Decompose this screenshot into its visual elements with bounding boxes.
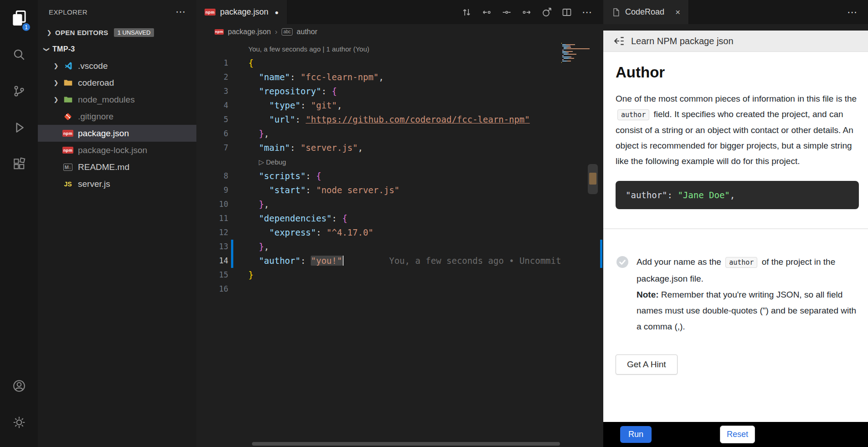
open-changes-icon[interactable] bbox=[539, 5, 554, 20]
file-package.json[interactable]: npmpackage.json bbox=[38, 125, 196, 142]
file-label: README.md bbox=[78, 162, 129, 172]
tab-package-json[interactable]: npm package.json ● bbox=[196, 0, 288, 24]
file-node_modules[interactable]: ❯node_modules bbox=[38, 91, 196, 108]
lesson-content: Author One of the most common pieces of … bbox=[603, 52, 868, 422]
file-README.md[interactable]: M↓README.md bbox=[38, 159, 196, 175]
code-line-3[interactable]: 3 "repository": { bbox=[196, 84, 561, 98]
tab-coderoad[interactable]: CodeRoad × bbox=[603, 0, 689, 24]
code-line-12[interactable]: 12 "express": "^4.17.0" bbox=[196, 226, 561, 240]
task-item: Add your name as the author of the proje… bbox=[616, 254, 859, 334]
file-server.js[interactable]: JSserver.js bbox=[38, 175, 196, 192]
code-line-4[interactable]: 4 "type": "git", bbox=[196, 98, 561, 113]
horizontal-scrollbar[interactable] bbox=[252, 442, 560, 446]
code-line-11[interactable]: 11 "dependencies": { bbox=[196, 211, 561, 226]
vscode-window: 1 EXPLORER ⋯ ❯ OPEN EDITORS 1 UNS bbox=[0, 0, 868, 447]
file-.gitignore[interactable]: .gitignore bbox=[38, 108, 196, 125]
chevron-down-icon: ❯ bbox=[43, 45, 50, 53]
split-editor-icon[interactable] bbox=[560, 5, 574, 20]
line-number: 1 bbox=[196, 56, 228, 70]
code-line-15[interactable]: 15} bbox=[196, 268, 561, 282]
chevron-right-icon: ❯ bbox=[51, 62, 62, 69]
reset-button[interactable]: Reset bbox=[720, 426, 755, 443]
md-icon: M↓ bbox=[62, 164, 74, 171]
modified-gutter-marker bbox=[228, 240, 236, 254]
open-editors-header[interactable]: ❯ OPEN EDITORS 1 UNSAVED bbox=[38, 24, 196, 41]
activity-bar: 1 bbox=[0, 0, 38, 447]
explorer-sidebar: EXPLORER ⋯ ❯ OPEN EDITORS 1 UNSAVED ❯ TM… bbox=[38, 0, 196, 447]
previous-change-icon[interactable] bbox=[479, 5, 494, 20]
account-icon[interactable] bbox=[0, 371, 38, 401]
code-line-1[interactable]: 1{ bbox=[196, 56, 561, 70]
git-icon bbox=[62, 112, 74, 121]
search-icon[interactable] bbox=[0, 40, 38, 69]
code-line-5[interactable]: 5 "url": "https://github.com/coderoad/fc… bbox=[196, 113, 561, 127]
code-line-9[interactable]: 9 "start": "node server.js" bbox=[196, 183, 561, 197]
coderoad-panel: CodeRoad × ⋯ Learn NPM package json Auth… bbox=[603, 0, 868, 447]
code-line-14[interactable]: 14 "author": "you!"You, a few seconds ag… bbox=[196, 254, 561, 268]
explorer-more-icon[interactable]: ⋯ bbox=[175, 6, 185, 18]
code-line-2[interactable]: 2 "name": "fcc-learn-npm", bbox=[196, 70, 561, 84]
code-line-13[interactable]: 13 }, bbox=[196, 240, 561, 254]
chevron-right-icon: ❯ bbox=[45, 29, 53, 36]
file-label: package.json bbox=[78, 128, 129, 139]
code-line-16[interactable]: 16 bbox=[196, 282, 561, 296]
file-.vscode[interactable]: ❯.vscode bbox=[38, 57, 196, 74]
get-hint-button[interactable]: Get A Hint bbox=[616, 355, 678, 375]
file-package-lock.json[interactable]: npmpackage-lock.json bbox=[38, 142, 196, 159]
codelens-debug[interactable]: ▷ Debug bbox=[196, 155, 561, 169]
divider bbox=[603, 228, 868, 229]
chevron-right-icon: ❯ bbox=[51, 96, 62, 103]
inline-code-chip: author bbox=[725, 257, 757, 268]
breadcrumb-file[interactable]: package.json bbox=[228, 28, 271, 36]
chevron-right-icon: ❯ bbox=[51, 79, 62, 86]
run-button[interactable]: Run bbox=[620, 426, 652, 443]
line-number: 13 bbox=[196, 240, 228, 254]
current-change-icon[interactable] bbox=[499, 5, 514, 20]
run-debug-icon[interactable] bbox=[0, 113, 38, 142]
minimap-highlight bbox=[589, 173, 596, 185]
back-to-menu-icon[interactable] bbox=[613, 35, 625, 47]
close-icon[interactable]: × bbox=[675, 7, 680, 17]
task-note: Note: Remember that you're writing JSON,… bbox=[637, 287, 859, 334]
extensions-icon[interactable] bbox=[0, 149, 38, 179]
inline-code-chip: author bbox=[617, 109, 649, 120]
minimap[interactable] bbox=[561, 43, 597, 65]
explorer-title: EXPLORER bbox=[49, 8, 87, 16]
line-number: 16 bbox=[196, 282, 228, 296]
line-number: 14 bbox=[196, 254, 228, 268]
code-line-10[interactable]: 10 }, bbox=[196, 197, 561, 211]
explorer-icon[interactable]: 1 bbox=[0, 4, 38, 33]
code-line-8[interactable]: 8 "scripts": { bbox=[196, 169, 561, 183]
line-number: 8 bbox=[196, 169, 228, 183]
npm-icon: npm bbox=[215, 29, 224, 35]
more-actions-icon[interactable]: ⋯ bbox=[580, 5, 594, 20]
lesson-header: Learn NPM package json bbox=[603, 31, 868, 52]
code-line-6[interactable]: 6 }, bbox=[196, 127, 561, 141]
tab-label: package.json bbox=[220, 7, 268, 17]
code-line-7[interactable]: 7 "main": "server.js", bbox=[196, 141, 561, 155]
modified-dot-icon: ● bbox=[275, 9, 278, 16]
panel-more-icon[interactable]: ⋯ bbox=[847, 6, 868, 18]
symbol-string-icon: abc bbox=[282, 28, 293, 36]
breadcrumb[interactable]: npm package.json › abc author bbox=[196, 24, 603, 39]
file-coderoad[interactable]: ❯coderoad bbox=[38, 74, 196, 91]
line-number: 12 bbox=[196, 226, 228, 240]
file-label: .vscode bbox=[78, 61, 108, 71]
panel-tab-label: CodeRoad bbox=[625, 7, 664, 17]
line-number: 15 bbox=[196, 268, 228, 282]
codelens-authors[interactable]: You, a few seconds ago | 1 author (You) bbox=[196, 42, 561, 56]
npm-icon: npm bbox=[205, 9, 216, 15]
lesson-title: Learn NPM package json bbox=[631, 36, 734, 46]
explorer-header: EXPLORER ⋯ bbox=[38, 0, 196, 24]
workspace-root-header[interactable]: ❯ TMP-3 bbox=[38, 41, 196, 57]
source-control-icon[interactable] bbox=[0, 77, 38, 106]
next-change-icon[interactable] bbox=[519, 5, 534, 20]
compare-changes-icon[interactable] bbox=[459, 5, 474, 20]
vscode-icon bbox=[62, 61, 74, 71]
settings-gear-icon[interactable] bbox=[0, 408, 38, 437]
line-number: 2 bbox=[196, 70, 228, 84]
breadcrumb-symbol[interactable]: author bbox=[297, 28, 317, 36]
code-editor[interactable]: You, a few seconds ago | 1 author (You)1… bbox=[196, 39, 603, 447]
overview-ruler-modified-marker bbox=[600, 240, 602, 268]
file-icon bbox=[611, 8, 621, 17]
